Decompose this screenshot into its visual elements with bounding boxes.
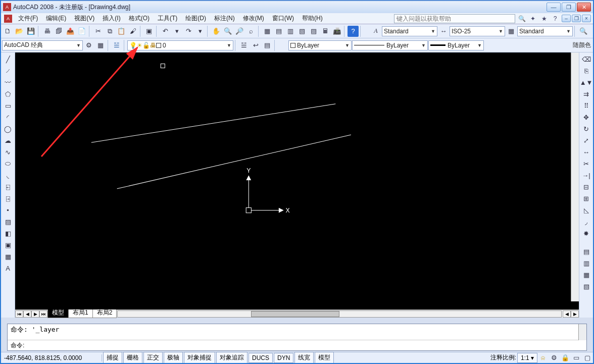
offset-icon[interactable]: ⇉ [581,88,592,99]
tab-next-icon[interactable]: ▶ [31,310,39,318]
menu-file[interactable]: 文件(F) [14,13,42,24]
copy-icon[interactable]: ⧉ [104,26,115,37]
markup-icon[interactable]: ▨ [308,26,319,37]
status-grid[interactable]: 栅格 [123,352,142,363]
insert-block-icon[interactable]: ⍇ [3,181,14,192]
menu-window[interactable]: 窗口(W) [268,13,298,24]
fillet-icon[interactable]: ◞ [581,216,592,227]
zoom-realtime-icon[interactable]: 🔍 [222,26,233,37]
hatch-icon[interactable]: ▨ [3,216,14,227]
menu-draw[interactable]: 绘图(D) [181,13,210,24]
quickcalc-icon[interactable]: 🖩 [320,26,331,37]
open-icon[interactable]: 📂 [14,26,25,37]
design-center-icon[interactable]: ▤ [273,26,284,37]
revcloud-icon[interactable]: ☁ [3,135,14,146]
rotate-icon[interactable]: ↻ [581,123,592,134]
layer-tools-icon[interactable]: ▤ [262,40,273,51]
help-button-icon[interactable]: ? [348,26,359,37]
search-tool-icon[interactable]: 🔍 [578,26,589,37]
stretch-icon[interactable]: ↔ [581,146,592,158]
palette4-icon[interactable]: ▧ [581,281,592,292]
publish-icon[interactable]: 📤 [65,26,76,37]
region-icon[interactable]: ▣ [3,239,14,250]
workspace-dropdown[interactable]: AutoCAD 经典▼ [2,40,83,50]
properties-icon[interactable]: ▦ [262,26,273,37]
sheet-icon[interactable]: 📄 [76,26,87,37]
command-scrollbar[interactable] [578,324,586,340]
app-menu-icon[interactable]: A [4,15,12,23]
workspace-settings-icon[interactable]: ⚙ [83,40,94,51]
block-editor-icon[interactable]: ▣ [143,26,155,37]
search-icon[interactable]: 🔍 [517,14,526,23]
ellipse-arc-icon[interactable]: ◟ [3,170,14,181]
layer-states-icon[interactable]: ☱ [238,40,250,51]
status-ducs[interactable]: DUCS [249,353,273,363]
extend-icon[interactable]: →| [581,170,592,181]
layer-prev-icon[interactable]: ↩ [250,40,261,51]
doc-minimize-button[interactable]: – [562,15,571,22]
move-icon[interactable]: ✥ [581,112,592,123]
text-style-dropdown[interactable]: Standard▼ [382,26,437,36]
match-props-icon[interactable]: 🖌 [127,26,138,37]
favorites-icon[interactable]: ★ [539,14,549,23]
pan-icon[interactable]: ✋ [211,26,222,37]
explode-icon[interactable]: ✸ [581,228,592,239]
array-icon[interactable]: ⠿ [581,100,592,111]
status-tray-icon[interactable]: ▭ [571,352,582,363]
xline-icon[interactable]: ⟋ [3,65,14,76]
menu-help[interactable]: 帮助(H) [298,13,327,24]
calc-icon[interactable]: 📠 [331,26,342,37]
menu-dimension[interactable]: 标注(N) [210,13,239,24]
maximize-button[interactable]: ❐ [562,3,576,12]
tab-prev-icon[interactable]: ◀ [23,310,31,318]
break-icon[interactable]: ⊟ [581,181,592,192]
doc-restore-button[interactable]: ❐ [572,15,581,22]
menu-insert[interactable]: 插入(I) [98,13,124,24]
color-dropdown[interactable]: ByLayer▼ [288,40,352,50]
status-polar[interactable]: 极轴 [164,352,183,363]
doc-close-button[interactable]: × [582,15,591,22]
cut-icon[interactable]: ✂ [92,26,104,37]
minimize-button[interactable]: — [547,3,561,12]
plot-preview-icon[interactable]: 🗐 [53,26,64,37]
status-lwt[interactable]: 线宽 [294,352,314,363]
ellipse-icon[interactable]: ⬭ [3,158,14,169]
redo-icon[interactable]: ↷ [183,26,194,37]
point-icon[interactable]: • [3,204,14,216]
table-icon[interactable]: ▦ [3,251,14,262]
scale-icon[interactable]: ⤢ [581,135,592,146]
menu-tools[interactable]: 工具(T) [154,13,181,24]
dim-style-icon[interactable]: ↔ [438,26,449,37]
command-line[interactable]: 命令: [8,340,586,350]
menu-modify[interactable]: 修改(M) [239,13,268,24]
clean-screen-icon[interactable]: ▢ [582,352,593,363]
menu-edit[interactable]: 编辑(E) [42,13,70,24]
status-lock-icon[interactable]: 🔒 [560,352,571,363]
help-icon[interactable]: ? [551,14,560,23]
menu-format[interactable]: 格式(O) [125,13,154,24]
hscroll-left-icon[interactable]: ◀ [563,310,571,318]
close-button[interactable]: ✕ [577,3,591,12]
status-otrack[interactable]: 对象追踪 [216,352,247,363]
annotation-autoscale-icon[interactable]: ⚙ [549,352,560,363]
dim-style-dropdown[interactable]: ISO-25▼ [450,26,505,36]
zoom-window-icon[interactable]: ⌕ [245,26,257,37]
copy-obj-icon[interactable]: ⎘ [581,65,592,76]
mtext-icon[interactable]: A [3,263,14,274]
paste-icon[interactable]: 📋 [116,26,127,37]
palette1-icon[interactable]: ▤ [581,246,592,257]
horizontal-scrollbar[interactable] [117,310,562,318]
tool-palettes-icon[interactable]: ▥ [285,26,296,37]
table-style-dropdown[interactable]: Standard▼ [517,26,573,36]
status-osnap[interactable]: 对象捕捉 [184,352,215,363]
save-icon[interactable]: 💾 [25,26,36,37]
layer-manager-icon[interactable]: ☱ [111,40,122,51]
mirror-icon[interactable]: ▲▼ [581,77,592,88]
new-icon[interactable]: 🗋 [2,26,13,37]
status-ortho[interactable]: 正交 [143,352,163,363]
join-icon[interactable]: ⊞ [581,193,592,204]
gradient-icon[interactable]: ◧ [3,228,14,239]
lineweight-dropdown[interactable]: ByLayer▼ [428,40,484,50]
make-block-icon[interactable]: ⍈ [3,193,14,204]
status-snap[interactable]: 捕捉 [103,352,122,363]
